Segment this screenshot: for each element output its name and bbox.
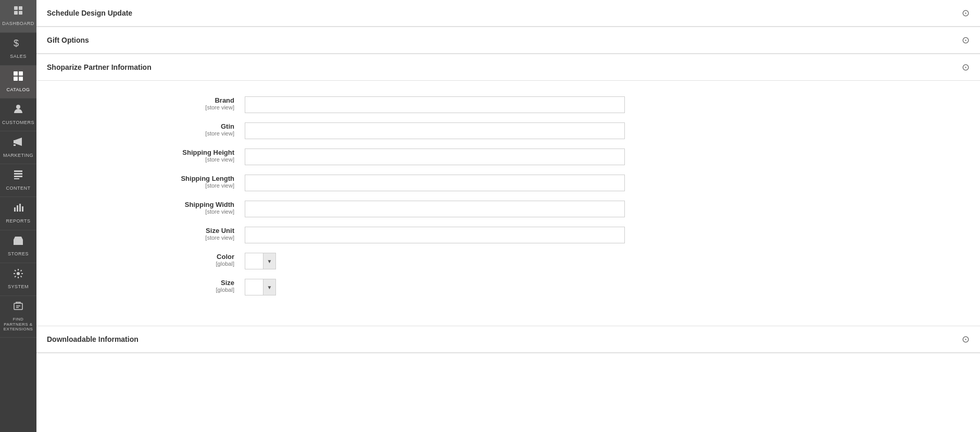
sidebar-item-find-partners[interactable]: FIND PARTNERS & EXTENSIONS <box>0 296 36 338</box>
sidebar-item-label: CONTENT <box>6 186 31 192</box>
shipping-length-input[interactable] <box>245 175 625 191</box>
shipping-width-input[interactable] <box>245 201 625 217</box>
size-label-text: Size <box>47 279 234 287</box>
content-icon <box>13 169 23 183</box>
size-select-arrow: ▼ <box>263 279 275 295</box>
marketing-icon <box>13 137 23 150</box>
sidebar-item-dashboard[interactable]: DASHBOARD <box>0 0 36 33</box>
shipping-width-label: Shipping Width [store view] <box>47 201 245 215</box>
sidebar-item-label: SALES <box>10 54 27 60</box>
shipping-height-label-text: Shipping Height <box>47 149 234 156</box>
customers-icon <box>13 104 23 117</box>
shipping-width-label-scope: [store view] <box>47 208 234 215</box>
color-select-wrap[interactable]: ▼ <box>245 253 276 269</box>
gtin-label-scope: [store view] <box>47 130 234 137</box>
sidebar-item-label: CUSTOMERS <box>2 120 34 126</box>
gtin-label: Gtin [store view] <box>47 122 245 137</box>
gtin-row: Gtin [store view] <box>47 122 970 139</box>
shipping-height-field <box>245 149 625 165</box>
sidebar-item-reports[interactable]: REPORTS <box>0 197 36 230</box>
svg-rect-19 <box>22 206 23 212</box>
color-row: Color [global] ▼ <box>47 253 970 269</box>
find-partners-icon <box>13 301 23 315</box>
svg-point-9 <box>16 105 20 109</box>
schedule-design-update-header[interactable]: Schedule Design Update ⊙ <box>36 0 980 27</box>
downloadable-info-section: Downloadable Information ⊙ <box>36 326 980 353</box>
svg-rect-10 <box>14 140 15 143</box>
shoparize-partner-toggle[interactable]: ⊙ <box>962 61 970 73</box>
catalog-icon <box>13 71 23 84</box>
size-unit-label: Size Unit [store view] <box>47 227 245 241</box>
reports-icon <box>13 202 23 216</box>
downloadable-info-header[interactable]: Downloadable Information ⊙ <box>36 326 980 353</box>
shoparize-partner-header[interactable]: Shoparize Partner Information ⊙ <box>36 54 980 81</box>
color-field: ▼ <box>245 253 625 269</box>
brand-input[interactable] <box>245 96 625 113</box>
svg-rect-18 <box>19 204 21 212</box>
shipping-width-label-text: Shipping Width <box>47 201 234 208</box>
size-select-wrap[interactable]: ▼ <box>245 279 276 295</box>
gift-options-toggle[interactable]: ⊙ <box>962 34 970 46</box>
dashboard-icon <box>13 5 23 19</box>
shoparize-partner-section: Shoparize Partner Information ⊙ Brand [s… <box>36 54 980 326</box>
sidebar: DASHBOARD $ SALES CATALOG CUSTOME <box>0 0 36 432</box>
schedule-design-update-toggle[interactable]: ⊙ <box>962 7 970 19</box>
sidebar-item-system[interactable]: SYSTEM <box>0 263 36 296</box>
downloadable-info-toggle[interactable]: ⊙ <box>962 334 970 345</box>
brand-field <box>245 96 625 113</box>
gift-options-header[interactable]: Gift Options ⊙ <box>36 27 980 54</box>
schedule-design-update-section: Schedule Design Update ⊙ <box>36 0 980 27</box>
sidebar-item-stores[interactable]: STORES <box>0 230 36 263</box>
gtin-label-text: Gtin <box>47 122 234 130</box>
downloadable-info-title: Downloadable Information <box>47 335 139 343</box>
color-select-arrow: ▼ <box>263 253 275 269</box>
svg-rect-12 <box>14 170 22 172</box>
sidebar-item-marketing[interactable]: MARKETING <box>0 131 36 164</box>
color-select[interactable] <box>245 253 263 269</box>
shipping-width-field <box>245 201 625 217</box>
svg-rect-23 <box>14 303 22 310</box>
size-row: Size [global] ▼ <box>47 279 970 295</box>
sidebar-item-label: CATALOG <box>6 87 30 93</box>
brand-row: Brand [store view] <box>47 96 970 113</box>
svg-rect-8 <box>19 77 23 81</box>
shoparize-partner-body: Brand [store view] Gtin [store view] <box>36 81 980 326</box>
size-field: ▼ <box>245 279 625 295</box>
svg-rect-6 <box>19 71 23 76</box>
sidebar-item-catalog[interactable]: CATALOG <box>0 66 36 98</box>
shipping-height-input[interactable] <box>245 149 625 165</box>
sales-icon: $ <box>14 38 23 52</box>
shipping-length-label-scope: [store view] <box>47 182 234 189</box>
main-content: Schedule Design Update ⊙ Gift Options ⊙ … <box>36 0 980 432</box>
svg-rect-16 <box>14 207 16 212</box>
size-label-scope: [global] <box>47 287 234 293</box>
shipping-length-row: Shipping Length [store view] <box>47 175 970 191</box>
brand-label-text: Brand <box>47 96 234 104</box>
svg-rect-13 <box>14 173 22 175</box>
svg-rect-2 <box>14 11 18 15</box>
size-select[interactable] <box>245 279 263 295</box>
svg-rect-21 <box>17 242 20 245</box>
color-label-scope: [global] <box>47 261 234 267</box>
svg-rect-17 <box>17 205 18 212</box>
sidebar-item-label: DASHBOARD <box>2 21 34 27</box>
gift-options-title: Gift Options <box>47 36 89 44</box>
sidebar-item-content[interactable]: CONTENT <box>0 164 36 197</box>
shipping-height-row: Shipping Height [store view] <box>47 149 970 165</box>
svg-point-22 <box>17 272 20 275</box>
sidebar-item-label: SYSTEM <box>8 284 29 290</box>
size-unit-input[interactable] <box>245 227 625 243</box>
sidebar-item-customers[interactable]: CUSTOMERS <box>0 98 36 131</box>
svg-rect-5 <box>14 71 18 76</box>
svg-rect-1 <box>19 6 22 10</box>
shoparize-partner-title: Shoparize Partner Information <box>47 63 152 71</box>
size-unit-field <box>245 227 625 243</box>
svg-rect-0 <box>14 6 18 10</box>
gtin-input[interactable] <box>245 122 625 139</box>
system-icon <box>13 268 23 282</box>
color-label-text: Color <box>47 253 234 261</box>
sidebar-item-sales[interactable]: $ SALES <box>0 33 36 66</box>
shipping-length-field <box>245 175 625 191</box>
sidebar-item-label: FIND PARTNERS & EXTENSIONS <box>2 317 34 332</box>
color-label: Color [global] <box>47 253 245 267</box>
